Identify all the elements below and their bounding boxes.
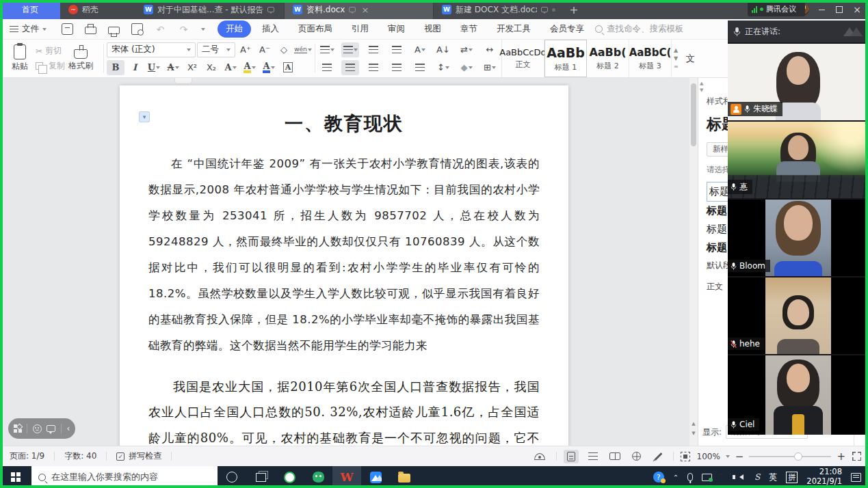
bold-button[interactable]: B [107, 60, 124, 75]
vertical-scrollbar[interactable]: ▲ ▼ [689, 78, 698, 446]
browser-360-button[interactable] [275, 466, 304, 488]
ribbon-tab-insert[interactable]: 插入 [254, 21, 287, 38]
borders-button[interactable]: ⊞ [481, 60, 499, 75]
ribbon-tab-section[interactable]: 章节 [452, 21, 486, 38]
ink-edit-icon[interactable] [651, 450, 666, 463]
tray-expand-icon[interactable]: ⌃ [673, 474, 679, 481]
meeting-header[interactable]: 正在讲话: [728, 21, 868, 42]
zoom-in-button[interactable]: + [837, 450, 845, 463]
align-center-button[interactable] [341, 60, 359, 75]
distribute-button[interactable] [411, 60, 429, 75]
ribbon-tab-view[interactable]: 视图 [416, 21, 449, 38]
paste-button[interactable]: 粘贴 [4, 44, 36, 72]
tab-document-new[interactable]: W 新建 DOCX 文档.docx [434, 0, 564, 19]
document-canvas[interactable]: ▾ 一、教育现状 在 “中国统计年鉴 2009” 有一张关于农村小学教育情况的图… [0, 78, 698, 446]
scrollbar-thumb[interactable] [691, 83, 696, 146]
zoom-out-button[interactable]: − [735, 450, 744, 463]
command-search[interactable]: 查找命令、搜索模板 [595, 23, 725, 35]
ribbon-tab-review[interactable]: 审阅 [380, 21, 413, 38]
spellcheck-toggle[interactable]: ✓ 拼写检查 [107, 450, 171, 462]
numbered-list-button[interactable] [341, 42, 359, 57]
styles-gallery-scroll[interactable]: ▲ ▼ ≡ [672, 40, 681, 77]
character-border-button[interactable]: A [279, 60, 297, 75]
print-icon[interactable] [85, 27, 96, 34]
gallery-expand-icon[interactable]: ≡ [674, 64, 679, 70]
save-icon[interactable] [62, 23, 73, 35]
collapse-pill-icon[interactable]: ‹ [67, 424, 70, 433]
page-indicator[interactable]: 页面: 1/9 [0, 450, 54, 462]
char-spacing-button[interactable]: ↔ [481, 42, 499, 57]
notification-center-icon[interactable] [851, 473, 861, 482]
font-name-select[interactable]: 宋体 (正文) [107, 42, 196, 57]
style-heading1[interactable]: AaBb 标题 1 [544, 40, 587, 77]
fullscreen-icon[interactable] [852, 452, 861, 461]
format-painter-button[interactable]: 格式刷 [65, 45, 96, 72]
style-heading3[interactable]: AaBbC( 标题 3 [629, 40, 672, 77]
strikethrough-button[interactable]: A [164, 60, 182, 75]
minimize-button[interactable] [816, 4, 827, 15]
speaker-icon[interactable] [739, 474, 744, 480]
video-tile-zhuxiaodie[interactable]: 朱晓蝶 [728, 44, 868, 120]
restore-button[interactable] [834, 4, 845, 15]
style-normal[interactable]: AaBbCcDd 正文 [502, 40, 544, 77]
font-color-button[interactable]: A [260, 60, 278, 75]
text-effects-button[interactable]: A [222, 60, 239, 75]
taskbar-clock[interactable]: 21:08 2021/9/1 [806, 467, 842, 487]
ribbon-tab-references[interactable]: 引用 [343, 21, 377, 38]
text-layout-side-tab[interactable]: 文 [681, 40, 700, 77]
video-tile-de[interactable]: 惪 [728, 122, 868, 198]
gallery-down-icon[interactable]: ▼ [674, 55, 679, 62]
tab-document-report[interactable]: W 对于中国基础...查 - 默认报告 [135, 0, 285, 19]
decrease-font-button[interactable]: A⁻ [256, 42, 274, 57]
line-spacing-button[interactable]: ↕ [434, 60, 452, 75]
bullet-list-button[interactable] [318, 42, 336, 57]
document-page[interactable]: ▾ 一、教育现状 在 “中国统计年鉴 2009” 有一张关于农村小学教育情况的图… [120, 85, 568, 446]
video-tile-bloom[interactable]: Bloom [728, 200, 868, 276]
ribbon-tab-home[interactable]: 开始 [218, 21, 251, 38]
fit-page-icon[interactable] [681, 452, 690, 461]
decrease-indent-button[interactable] [365, 42, 382, 57]
font-size-select[interactable]: 二号 [197, 42, 235, 57]
ribbon-tab-member[interactable]: 会员专享 [542, 21, 592, 38]
zoom-slider[interactable] [749, 456, 831, 457]
file-menu[interactable]: 文件 [0, 23, 53, 35]
tab-home[interactable]: 首页 [0, 0, 60, 19]
tray-mic-icon[interactable] [687, 473, 693, 481]
redo-icon[interactable]: ↷ [178, 23, 189, 35]
ruler-toggle[interactable] [174, 78, 192, 84]
read-mode-icon[interactable] [607, 450, 622, 463]
video-tile-ciel[interactable]: Ciel [728, 355, 868, 435]
cut-button[interactable]: ✂ 剪切 [36, 45, 65, 57]
taskbar-search[interactable]: 在这里输入你要搜索的内容 [31, 466, 218, 488]
word-count[interactable]: 字数: 40 [55, 450, 106, 462]
panel-scroll-icons[interactable]: ▲▼ [700, 81, 703, 93]
comment-icon[interactable] [47, 425, 55, 432]
superscript-button[interactable]: X² [183, 60, 201, 75]
file-explorer-button[interactable] [390, 466, 419, 488]
wps-button[interactable]: W [332, 466, 361, 488]
cortana-button[interactable] [218, 466, 246, 488]
style-heading2[interactable]: AaBb( 标题 2 [587, 40, 629, 77]
sort-button[interactable]: A↓ [434, 42, 452, 57]
tab-close-icon[interactable]: × [361, 5, 369, 15]
tab-document-ziliao[interactable]: W 资料.docx × [285, 0, 434, 19]
next-page-icon[interactable]: ▼ [689, 429, 698, 437]
web-view-icon[interactable] [629, 450, 644, 463]
underline-button[interactable]: U [145, 60, 163, 75]
outline-view-icon[interactable] [586, 450, 601, 463]
style-options-icon[interactable]: ▾ [139, 111, 150, 122]
gallery-up-icon[interactable]: ▲ [674, 47, 679, 53]
customize-toolbar-chevron-icon[interactable] [201, 28, 205, 31]
ribbon-tab-dev-tools[interactable]: 开发工具 [488, 21, 539, 38]
ink-workspace-icon[interactable]: S [754, 472, 760, 482]
justify-button[interactable] [388, 60, 406, 75]
shading-button[interactable]: ◆ [458, 60, 475, 75]
subscript-button[interactable]: X₂ [202, 60, 220, 75]
align-left-button[interactable] [318, 60, 336, 75]
text-tools-button[interactable]: A [411, 42, 429, 57]
help-360-icon[interactable]: ? [653, 472, 664, 483]
italic-button[interactable]: I [126, 60, 144, 75]
increase-indent-button[interactable] [388, 42, 406, 57]
tray-display-icon[interactable] [702, 474, 712, 481]
ime-mode[interactable]: 拼 [786, 472, 798, 483]
